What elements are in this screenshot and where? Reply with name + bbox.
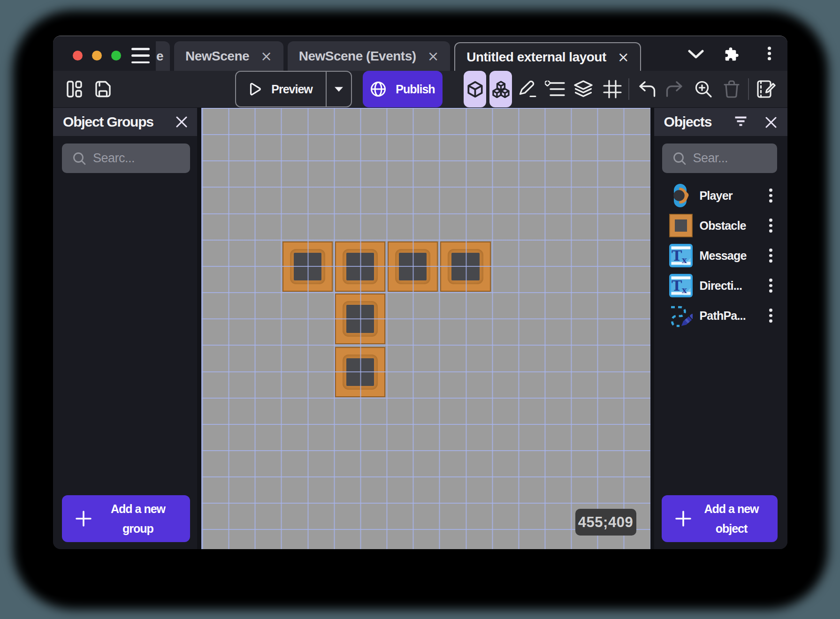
object-menu-icon[interactable]: [766, 309, 776, 323]
tab-bar: e NewScene × NewScene (Events) × Untitle…: [156, 41, 645, 71]
object-groups-panel: Object Groups Add a newgroup: [53, 108, 197, 549]
object-row-message[interactable]: T x Message: [654, 241, 788, 271]
close-tab-icon[interactable]: ×: [618, 50, 629, 64]
maximize-window-button[interactable]: [111, 51, 121, 60]
object-groups-search[interactable]: [62, 143, 190, 173]
close-panel-icon[interactable]: [176, 116, 188, 128]
undo-icon[interactable]: [639, 71, 656, 107]
instructions-list-icon[interactable]: [545, 71, 565, 107]
publish-button[interactable]: Publish: [363, 71, 443, 107]
add-group-button[interactable]: Add a newgroup: [62, 495, 190, 542]
object-label: Directi...: [700, 279, 742, 293]
obstacle-instance[interactable]: [335, 347, 386, 398]
titlebar: e NewScene × NewScene (Events) × Untitle…: [53, 36, 787, 71]
svg-text:x: x: [682, 255, 687, 265]
globe-icon: [370, 81, 386, 97]
object-label: Obstacle: [700, 219, 746, 233]
obstacle-instance[interactable]: [283, 242, 333, 292]
chevron-down-icon[interactable]: [688, 50, 704, 59]
object-row-obstacle[interactable]: Obstacle: [654, 211, 788, 241]
tab-partial[interactable]: e: [156, 41, 170, 71]
object-label: Message: [700, 249, 747, 263]
preview-label: Preview: [271, 83, 313, 96]
scene-canvas[interactable]: 455;409: [201, 108, 650, 549]
text-object-icon: T x: [669, 273, 693, 298]
objects-panel: Objects: [654, 108, 788, 549]
close-window-button[interactable]: [73, 51, 83, 60]
objects-search[interactable]: [662, 143, 777, 173]
close-tab-icon[interactable]: ×: [428, 49, 439, 63]
editor-body: Object Groups Add a newgroup: [53, 107, 787, 549]
cursor-coordinates-badge: 455;409: [575, 509, 636, 536]
obstacle-instance[interactable]: [440, 242, 491, 292]
object-groups-header: Object Groups: [53, 108, 197, 136]
search-icon: [672, 151, 687, 166]
zoom-in-icon[interactable]: [695, 71, 712, 107]
svg-text:T: T: [672, 248, 682, 264]
add-object-button[interactable]: Add a newobject: [662, 495, 778, 542]
add-object-label-line1: Add a new: [704, 502, 758, 515]
objects-search-input[interactable]: [693, 151, 762, 166]
object-menu-icon[interactable]: [766, 219, 776, 233]
add-group-label-line1: Add a new: [111, 502, 165, 515]
object-label: PathPa...: [700, 309, 746, 323]
tile-core: [294, 253, 322, 281]
object-groups-title: Object Groups: [63, 114, 153, 130]
plus-icon: [76, 511, 92, 527]
tab-label: NewScene (Events): [299, 49, 416, 64]
obstacle-instance[interactable]: [335, 242, 386, 292]
play-icon: [249, 83, 261, 96]
main-menu-icon[interactable]: [131, 48, 150, 63]
player-sprite-icon: [669, 183, 693, 208]
object-menu-icon[interactable]: [766, 249, 776, 263]
object-menu-icon[interactable]: [766, 189, 776, 203]
minimize-window-button[interactable]: [92, 51, 102, 60]
preview-button[interactable]: Preview: [235, 71, 352, 107]
objects-title: Objects: [664, 114, 712, 130]
close-panel-icon[interactable]: [765, 116, 777, 128]
object-row-directions[interactable]: T x Directi...: [654, 271, 788, 301]
preview-dropdown-button[interactable]: [326, 72, 351, 106]
object-label: Player: [700, 189, 733, 203]
filter-icon[interactable]: [735, 116, 747, 126]
canvas-grid: [201, 108, 650, 549]
cube-icon: [467, 81, 483, 98]
preview-button-main[interactable]: Preview: [236, 72, 326, 106]
text-object-icon: T x: [669, 243, 693, 268]
tab-untitled-external-layout[interactable]: Untitled external layout ×: [454, 42, 641, 71]
object-row-player[interactable]: Player: [654, 181, 788, 211]
obstacle-instance[interactable]: [388, 242, 438, 292]
redo-icon[interactable]: [666, 71, 683, 107]
trash-icon[interactable]: [724, 71, 740, 107]
object-groups-search-input[interactable]: [93, 151, 170, 166]
object-row-pathpaint[interactable]: PathPa...: [654, 301, 788, 331]
path-paint-icon: [669, 303, 693, 328]
close-tab-icon[interactable]: ×: [260, 49, 272, 63]
layers-icon[interactable]: [574, 71, 593, 107]
grid-icon[interactable]: [603, 71, 622, 107]
caret-down-icon: [334, 86, 344, 92]
obstacle-instance[interactable]: [335, 294, 386, 344]
objects-header: Objects: [654, 108, 788, 136]
save-icon[interactable]: [95, 71, 111, 107]
tile-core: [451, 253, 480, 281]
kebab-menu-icon[interactable]: [767, 46, 771, 60]
object-menu-icon[interactable]: [766, 279, 776, 293]
add-group-label-line2: group: [122, 522, 153, 535]
tile-core: [399, 253, 427, 281]
project-manager-icon[interactable]: [67, 71, 82, 107]
plus-icon: [675, 511, 691, 527]
instances-mode-button[interactable]: [489, 71, 512, 107]
search-icon: [72, 151, 86, 166]
cubes-icon: [492, 81, 510, 98]
extensions-puzzle-icon[interactable]: [724, 47, 739, 62]
toolbar: Preview Publish: [53, 71, 787, 107]
svg-text:T: T: [672, 278, 682, 294]
object-mode-button[interactable]: [464, 71, 486, 107]
tab-newscene[interactable]: NewScene ×: [174, 41, 283, 71]
tab-newscene-events[interactable]: NewScene (Events) ×: [288, 41, 450, 71]
edit-scene-properties-icon[interactable]: [757, 71, 776, 107]
edit-pen-icon[interactable]: [519, 71, 537, 107]
publish-label: Publish: [396, 83, 435, 96]
tile-core: [346, 358, 374, 386]
